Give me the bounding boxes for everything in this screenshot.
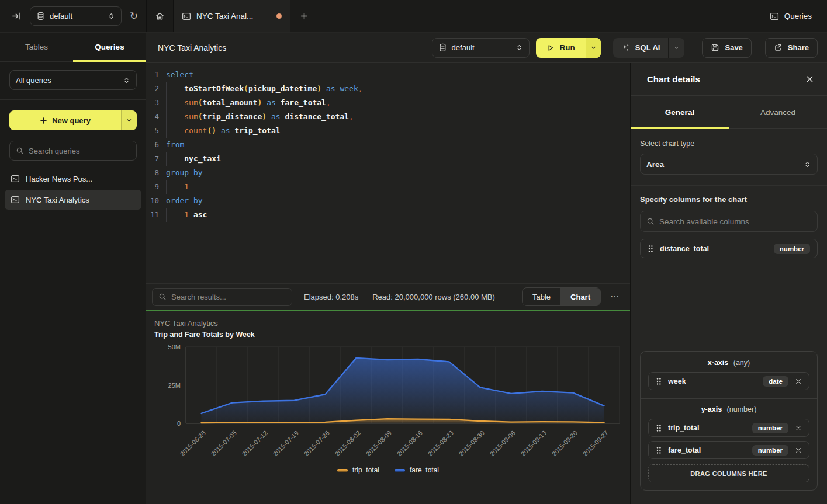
run-button[interactable]: Run — [536, 38, 601, 58]
sidebar-tab-tables[interactable]: Tables — [0, 33, 73, 61]
legend-label: trip_total — [352, 466, 379, 474]
remove-column-icon[interactable] — [795, 425, 802, 432]
query-item-label: NYC Taxi Analytics — [26, 196, 89, 204]
new-query-button[interactable]: New query — [9, 110, 137, 130]
close-icon[interactable] — [805, 75, 814, 84]
sql-ai-button[interactable]: SQL AI — [613, 38, 685, 58]
results-search-input[interactable] — [171, 293, 286, 301]
panel-tab-advanced[interactable]: Advanced — [729, 96, 827, 128]
drag-handle-icon[interactable] — [656, 377, 662, 385]
svg-text:2015-08-09: 2015-08-09 — [365, 429, 393, 457]
svg-text:2015-07-19: 2015-07-19 — [272, 429, 300, 457]
view-chart-button[interactable]: Chart — [560, 288, 600, 305]
sidebar-collapse-icon[interactable] — [12, 11, 22, 21]
legend-item[interactable]: trip_total — [337, 466, 379, 474]
line-number: 3 — [146, 96, 166, 110]
query-item-label: Hacker News Pos... — [26, 175, 92, 183]
tab-nyc-taxi-analytics[interactable]: NYC Taxi Anal... — [174, 0, 290, 32]
sql-ai-menu-button[interactable] — [668, 38, 684, 58]
new-tab-button[interactable] — [290, 0, 317, 32]
editor-line: 6from — [146, 138, 630, 152]
code-text: sum(total_amount) as fare_total, — [166, 96, 331, 110]
results-view-toggle: Table Chart — [522, 287, 601, 306]
panel-tab-general[interactable]: General — [631, 96, 729, 128]
queries-button-label: Queries — [784, 12, 812, 20]
columns-search-input[interactable] — [659, 217, 811, 226]
column-type-badge: number — [752, 445, 788, 456]
editor-line: 1select — [146, 68, 630, 82]
sidebar-tab-queries[interactable]: Queries — [73, 33, 146, 61]
chevron-updown-icon — [515, 44, 523, 51]
topbar: default ↻ NYC Taxi Anal... — [0, 0, 827, 33]
chevron-updown-icon — [804, 161, 811, 168]
share-icon — [774, 43, 783, 52]
elapsed-stat: Elapsed: 0.208s — [304, 293, 358, 301]
remove-column-icon[interactable] — [795, 447, 802, 454]
code-text: order by — [166, 194, 203, 208]
new-query-menu-button[interactable] — [121, 110, 137, 130]
column-name: week — [668, 377, 756, 385]
legend-item[interactable]: fare_total — [395, 466, 439, 474]
tab-general-label: General — [665, 108, 694, 117]
svg-text:50M: 50M — [168, 343, 181, 350]
query-filter-select[interactable]: All queries — [9, 70, 137, 90]
new-query-label: New query — [52, 116, 91, 125]
drag-handle-icon[interactable] — [648, 245, 653, 253]
column-chip[interactable]: fare_totalnumber — [648, 441, 809, 459]
chart-type-select[interactable]: Area — [640, 154, 818, 175]
tab-strip: NYC Taxi Anal... — [146, 0, 317, 32]
column-type-badge: date — [763, 376, 788, 387]
queries-button[interactable]: Queries — [770, 12, 812, 21]
new-query-section: New query — [0, 100, 146, 134]
query-list: Hacker News Pos...NYC Taxi Analytics — [0, 169, 146, 210]
database-icon — [36, 12, 45, 20]
view-chart-label: Chart — [570, 293, 590, 301]
query-terminal-icon — [182, 12, 191, 21]
topbar-database-value: default — [50, 12, 103, 20]
save-button[interactable]: Save — [702, 38, 751, 58]
refresh-icon[interactable]: ↻ — [130, 10, 138, 22]
editor-line: 4 sum(trip_distance) as distance_total, — [146, 110, 630, 124]
query-filter-section: All queries — [0, 62, 146, 100]
editor-line: 9 1 — [146, 180, 630, 194]
query-toolbar: NYC Taxi Analytics default — [146, 33, 827, 63]
column-name: distance_total — [660, 245, 767, 253]
x-axis-section: x-axis (any) weekdate — [641, 352, 817, 398]
save-icon — [711, 43, 719, 52]
x-axis-hint: (any) — [733, 359, 750, 367]
topbar-database-select[interactable]: default — [30, 6, 122, 26]
results-more-button[interactable]: ⋯ — [607, 289, 623, 304]
panel-body: Select chart type Area Specify columns f… — [631, 129, 827, 504]
remove-column-icon[interactable] — [795, 378, 802, 385]
chart-pane: NYC Taxi Analytics Trip and Fare Totals … — [146, 311, 630, 504]
column-type-badge: number — [752, 423, 788, 433]
columns-search-box — [640, 211, 818, 232]
run-options-button[interactable] — [586, 38, 601, 58]
tab-queries-label: Queries — [95, 43, 124, 51]
results-chart-svg[interactable]: 025M50M2015-06-282015-07-052015-07-12201… — [154, 342, 622, 466]
code-text: group by — [166, 166, 203, 180]
code-text: from — [166, 138, 184, 152]
home-tab[interactable] — [146, 0, 174, 32]
panel-header: Chart details — [631, 63, 827, 96]
column-chip[interactable]: weekdate — [648, 372, 809, 390]
sidebar: Tables Queries All queries New query — [0, 33, 146, 504]
column-chip[interactable]: trip_totalnumber — [648, 419, 809, 437]
drag-handle-icon[interactable] — [656, 424, 662, 432]
database-icon — [438, 43, 447, 52]
drag-handle-icon[interactable] — [656, 446, 662, 454]
query-search-section — [0, 134, 146, 169]
query-list-item[interactable]: NYC Taxi Analytics — [5, 190, 141, 210]
query-list-item[interactable]: Hacker News Pos... — [5, 169, 141, 189]
query-search-input[interactable] — [29, 147, 130, 155]
line-number: 5 — [146, 124, 166, 138]
toolbar-database-select[interactable]: default — [432, 38, 530, 58]
drag-columns-dropzone[interactable]: DRAG COLUMNS HERE — [648, 464, 809, 482]
tab-tables-label: Tables — [25, 43, 48, 51]
chevron-updown-icon — [108, 12, 115, 20]
share-button[interactable]: Share — [765, 38, 818, 58]
sql-editor[interactable]: 1select2 toStartOfWeek(pickup_datetime) … — [146, 63, 630, 283]
panel-tabs: General Advanced — [631, 96, 827, 129]
view-table-button[interactable]: Table — [523, 288, 560, 305]
column-chip[interactable]: distance_totalnumber — [640, 239, 818, 258]
